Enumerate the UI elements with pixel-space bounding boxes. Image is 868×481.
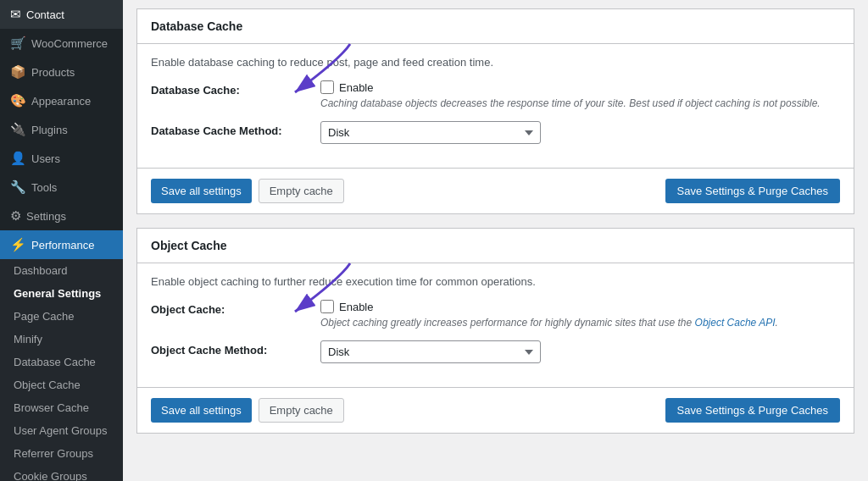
database-cache-enable-text[interactable]: Enable xyxy=(339,81,373,94)
products-icon: 📦 xyxy=(10,64,26,80)
object-cache-method-row: Object Cache Method: Disk Memcached Redi… xyxy=(151,340,840,363)
database-cache-footer-left: Save all settings Empty cache xyxy=(151,179,344,203)
object-cache-api-link[interactable]: Object Cache API xyxy=(695,317,776,329)
database-cache-method-control: Disk Memcached Redis xyxy=(320,121,840,144)
submenu-object-cache[interactable]: Object Cache xyxy=(0,373,123,396)
submenu-general-settings[interactable]: General Settings xyxy=(0,282,123,305)
object-cache-save-all-button[interactable]: Save all settings xyxy=(151,398,252,423)
users-icon: 👤 xyxy=(10,151,26,166)
submenu-minify[interactable]: Minify xyxy=(0,328,123,351)
database-cache-card: Database Cache Enable database caching t… xyxy=(136,8,854,214)
tools-icon: 🔧 xyxy=(10,180,26,195)
database-cache-hint: Caching database objects decreases the r… xyxy=(320,97,840,109)
object-cache-empty-button[interactable]: Empty cache xyxy=(259,398,344,423)
performance-icon: ⚡ xyxy=(10,237,26,252)
object-cache-enable-row: Object Cache: Enable Object caching grea… xyxy=(151,300,840,329)
database-cache-enable-control: Enable Caching database objects decrease… xyxy=(320,80,840,109)
object-cache-enable-toggle: Enable xyxy=(320,300,840,313)
object-cache-save-purge-button[interactable]: Save Settings & Purge Caches xyxy=(665,398,841,423)
database-cache-footer: Save all settings Empty cache Save Setti… xyxy=(137,168,854,213)
database-cache-enable-label: Database Cache: xyxy=(151,80,320,97)
plugins-icon: 🔌 xyxy=(10,122,26,137)
submenu-referrer-groups[interactable]: Referrer Groups xyxy=(0,442,123,465)
database-cache-empty-button[interactable]: Empty cache xyxy=(259,179,344,203)
database-cache-body: Enable database caching to reduce post, … xyxy=(137,44,854,168)
submenu-browser-cache[interactable]: Browser Cache xyxy=(0,396,123,419)
database-cache-checkbox[interactable] xyxy=(320,80,334,94)
submenu-database-cache[interactable]: Database Cache xyxy=(0,351,123,373)
object-cache-enable-control: Enable Object caching greatly increases … xyxy=(320,300,840,329)
sidebar-item-contact[interactable]: ✉ Contact xyxy=(0,0,123,29)
object-cache-method-select[interactable]: Disk Memcached Redis xyxy=(320,340,541,363)
object-cache-footer-left: Save all settings Empty cache xyxy=(151,398,344,423)
object-cache-enable-label: Object Cache: xyxy=(151,300,320,316)
woocommerce-icon: 🛒 xyxy=(10,36,26,51)
object-cache-footer: Save all settings Empty cache Save Setti… xyxy=(137,387,854,433)
submenu-cookie-groups[interactable]: Cookie Groups xyxy=(0,465,123,481)
database-cache-enable-toggle: Enable xyxy=(320,80,840,94)
object-cache-hint: Object caching greatly increases perform… xyxy=(320,317,840,329)
submenu-dashboard[interactable]: Dashboard xyxy=(0,259,123,282)
sidebar-item-plugins[interactable]: 🔌 Plugins xyxy=(0,115,123,144)
object-cache-method-control: Disk Memcached Redis xyxy=(320,340,840,363)
contact-icon: ✉ xyxy=(10,7,21,22)
object-cache-checkbox[interactable] xyxy=(320,300,334,313)
main-content: Database Cache Enable database caching t… xyxy=(123,0,868,481)
settings-icon: ⚙ xyxy=(10,208,21,224)
database-cache-method-label: Database Cache Method: xyxy=(151,121,320,137)
sidebar-item-settings[interactable]: ⚙ Settings xyxy=(0,202,123,230)
sidebar-item-tools[interactable]: 🔧 Tools xyxy=(0,173,123,202)
sidebar-item-performance[interactable]: ⚡ Performance xyxy=(0,230,123,259)
object-cache-body: Enable object caching to further reduce … xyxy=(137,263,854,387)
object-cache-description: Enable object caching to further reduce … xyxy=(151,275,840,288)
database-cache-save-all-button[interactable]: Save all settings xyxy=(151,179,252,203)
database-cache-method-select[interactable]: Disk Memcached Redis xyxy=(320,121,541,144)
object-cache-card: Object Cache Enable object caching to fu… xyxy=(136,228,854,434)
object-cache-method-label: Object Cache Method: xyxy=(151,340,320,357)
sidebar-item-appearance[interactable]: 🎨 Appearance xyxy=(0,86,123,115)
database-cache-method-row: Database Cache Method: Disk Memcached Re… xyxy=(151,121,840,144)
object-cache-enable-text[interactable]: Enable xyxy=(339,301,373,313)
submenu-page-cache[interactable]: Page Cache xyxy=(0,305,123,328)
sidebar: ✉ Contact 🛒 WooCommerce 📦 Products 🎨 App… xyxy=(0,0,123,481)
performance-submenu: Dashboard General Settings Page Cache Mi… xyxy=(0,259,123,481)
appearance-icon: 🎨 xyxy=(10,93,26,108)
sidebar-item-products[interactable]: 📦 Products xyxy=(0,58,123,86)
database-cache-title: Database Cache xyxy=(137,9,854,44)
sidebar-item-woocommerce[interactable]: 🛒 WooCommerce xyxy=(0,29,123,58)
object-cache-title: Object Cache xyxy=(137,229,854,263)
database-cache-save-purge-button[interactable]: Save Settings & Purge Caches xyxy=(665,179,841,203)
submenu-user-agent-groups[interactable]: User Agent Groups xyxy=(0,419,123,442)
database-cache-description: Enable database caching to reduce post, … xyxy=(151,56,840,69)
database-cache-enable-row: Database Cache: Enable Caching database … xyxy=(151,80,840,109)
sidebar-item-users[interactable]: 👤 Users xyxy=(0,144,123,173)
